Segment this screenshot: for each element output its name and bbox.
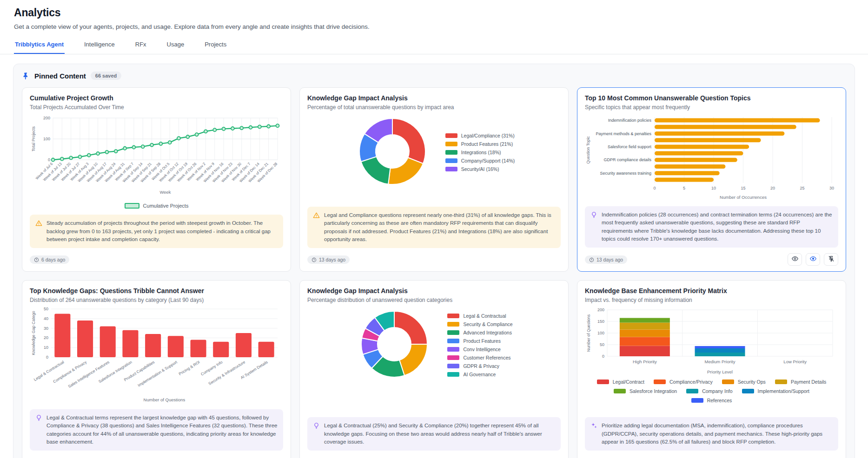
unpin-button[interactable] — [824, 253, 838, 266]
insight-text: Legal & Contractual (25%) and Security &… — [324, 422, 555, 446]
timestamp-badge: 6 days ago — [30, 255, 69, 264]
legend-swatch — [447, 314, 459, 318]
donut-chart — [353, 112, 431, 192]
legend-item: Cumulative Projects — [125, 203, 189, 209]
eye-blue-icon — [809, 255, 817, 264]
svg-text:Implementation & Support: Implementation & Support — [137, 360, 178, 388]
card-subtitle: Impact vs. frequency of missing informat… — [585, 297, 838, 303]
card-actions — [788, 253, 838, 266]
eye-icon — [791, 255, 799, 264]
donut-chart — [355, 305, 433, 385]
tabs: Tribblytics AgentIntelligenceRFxUsagePro… — [0, 37, 868, 54]
card-subtitle: Specific topics that appear most frequen… — [585, 104, 838, 111]
card-subtitle: Distribution of 264 unanswerable questio… — [30, 297, 283, 303]
pinned-section: Pinned Content 66 saved Cumulative Proje… — [13, 64, 855, 458]
svg-text:Total Projects: Total Projects — [31, 126, 36, 151]
highlight-view-button[interactable] — [806, 253, 820, 266]
chart-legend: Cumulative Projects — [30, 202, 283, 210]
svg-text:10: 10 — [44, 345, 48, 350]
svg-text:0: 0 — [48, 157, 50, 162]
legend-item: Advanced Integrations — [447, 330, 512, 335]
tab-projects[interactable]: Projects — [204, 37, 227, 54]
card-top-knowledge-gaps[interactable]: Top Knowledge Gaps: Questions Tribble Ca… — [22, 280, 291, 458]
insight-box: Prioritize adding legal documentation (M… — [585, 417, 838, 451]
insight-text: Indemnification policies (28 occurrences… — [602, 211, 833, 243]
card-footer: 13 days ago — [585, 253, 838, 266]
svg-text:Question Topic: Question Topic — [586, 136, 590, 164]
card-footer: 13 days ago — [307, 456, 561, 458]
svg-text:Salesforce field support: Salesforce field support — [608, 144, 652, 149]
insight-text: Prioritize adding legal documentation (M… — [602, 422, 833, 446]
legend-item: Company Info — [686, 388, 732, 394]
legend-swatch — [775, 379, 787, 384]
legend-swatch — [445, 158, 457, 163]
lightbulb-icon — [313, 422, 320, 446]
tab-rfx[interactable]: RFx — [134, 37, 147, 54]
insight-box: Legal & Contractual terms represent the … — [30, 409, 283, 451]
svg-text:Security awareness training: Security awareness training — [600, 171, 651, 176]
pinned-title: Pinned Content — [34, 72, 86, 80]
legend-item: Conv Intelligence — [447, 347, 512, 352]
card-footer: 13 days ago — [307, 254, 561, 266]
page-title: Analytics — [14, 7, 854, 19]
svg-text:Week: Week — [159, 190, 171, 195]
legend-item: Customer References — [447, 355, 512, 360]
legend-swatch — [445, 142, 457, 146]
legend-swatch — [614, 389, 626, 393]
card-knowledge-base-priority-matrix[interactable]: Knowledge Base Enhancement Priority Matr… — [577, 280, 846, 458]
card-title: Cumulative Project Growth — [30, 94, 283, 102]
svg-text:Medium Priority: Medium Priority — [705, 359, 735, 364]
card-cumulative-project-growth[interactable]: Cumulative Project Growth Total Projects… — [22, 87, 291, 272]
legend-swatch — [654, 379, 666, 384]
insight-text: Steady accumulation of projects througho… — [46, 219, 278, 243]
svg-text:50: 50 — [44, 307, 48, 311]
legend-item: Security & Compliance — [447, 321, 512, 327]
pin-icon — [22, 72, 30, 80]
chart-legend: Legal/ContractCompliance/PrivacySecurity… — [591, 378, 833, 405]
legend-swatch — [447, 364, 459, 368]
svg-text:Indemnification policies: Indemnification policies — [608, 118, 652, 123]
card-subtitle: Percentage distribution of unanswered qu… — [307, 297, 561, 303]
legend-item: Legal & Contractual — [447, 313, 512, 319]
legend-item: Implementation/Support — [742, 388, 809, 394]
view-button[interactable] — [788, 253, 802, 266]
svg-text:Number of Questions: Number of Questions — [586, 314, 591, 352]
legend-swatch — [742, 389, 754, 393]
svg-text:0: 0 — [653, 186, 656, 190]
svg-text:20: 20 — [770, 186, 775, 190]
tab-tribblytics-agent[interactable]: Tribblytics Agent — [14, 37, 65, 54]
svg-text:100: 100 — [43, 137, 50, 141]
legend-item: Integrations (18%) — [445, 150, 515, 155]
tab-intelligence[interactable]: Intelligence — [83, 37, 116, 54]
svg-text:30: 30 — [44, 326, 48, 331]
legend-swatch — [447, 339, 459, 343]
card-knowledge-gap-impact-analysis[interactable]: Knowledge Gap Impact Analysis Percentage… — [299, 87, 569, 272]
svg-text:Number of Occurrences: Number of Occurrences — [720, 195, 767, 200]
horizontal-bar-chart: 051015202530Indemnification policiesPaym… — [585, 113, 838, 203]
svg-text:Pricing & ROI: Pricing & ROI — [178, 360, 201, 376]
legend-swatch — [447, 347, 459, 352]
legend-item: Compliance/Privacy — [654, 379, 713, 385]
svg-text:Payment methods & penalties: Payment methods & penalties — [596, 131, 651, 136]
insight-box: Legal & Contractual (25%) and Security &… — [307, 417, 561, 451]
line-chart: 0100200Week of Jul 6Week of Jul 13Week o… — [30, 113, 283, 198]
card-subtitle: Percentage of total unanswerable questio… — [307, 104, 561, 111]
card-top-10-unanswerable-topics[interactable]: Top 10 Most Common Unanswerable Question… — [577, 87, 846, 272]
svg-text:25: 25 — [800, 186, 804, 190]
bar-chart: 01020304050Legal & ContractualCompliance… — [30, 306, 283, 406]
saved-count-badge: 66 saved — [91, 72, 121, 80]
chart-legend: Legal/Compliance (31%)Product Features (… — [445, 131, 515, 173]
svg-text:30: 30 — [829, 186, 834, 190]
legend-item: Salesforce Integration — [614, 388, 677, 394]
clock-icon — [311, 257, 317, 262]
insight-box: Indemnification policies (28 occurrences… — [585, 206, 838, 248]
legend-item: Security/AI (16%) — [445, 166, 515, 172]
clock-icon — [589, 257, 594, 262]
sparkles-icon — [590, 422, 597, 446]
insight-box: Legal and Compliance questions represent… — [307, 207, 561, 248]
card-knowledge-gap-impact-analysis-2[interactable]: Knowledge Gap Impact Analysis Percentage… — [299, 280, 569, 458]
tab-usage[interactable]: Usage — [166, 37, 186, 54]
svg-text:150: 150 — [597, 319, 604, 324]
card-title: Knowledge Gap Impact Analysis — [307, 94, 561, 102]
card-footer: 13 days ago — [30, 456, 283, 458]
